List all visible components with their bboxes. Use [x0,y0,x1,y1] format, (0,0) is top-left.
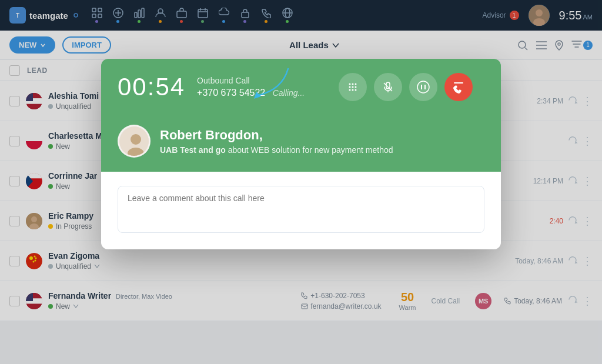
svg-point-58 [352,84,354,85]
call-person-section: Robert Brogdon, UAB Test and go about WE… [101,115,501,172]
call-body [101,172,501,249]
call-comment-input[interactable] [118,186,484,233]
keypad-icon [347,81,359,93]
caller-name: Robert Brogdon, [160,128,393,143]
svg-point-60 [349,86,351,88]
call-timer-section: 00:54 [118,73,185,101]
call-timer: 00:54 [118,73,185,101]
call-modal: 00:54 Outbound Call +370 673 54522 Calli… [101,59,501,249]
caller-description: UAB Test and go about WEB solution for n… [160,145,393,155]
keypad-button[interactable] [339,73,367,101]
end-call-icon [452,81,465,93]
svg-point-62 [355,86,357,88]
svg-point-64 [352,89,354,91]
arrow-annotation [247,66,294,103]
svg-point-63 [349,89,351,91]
end-call-button[interactable] [444,73,473,101]
hold-button[interactable] [409,73,437,101]
svg-point-61 [352,86,354,88]
caller-avatar [118,125,150,158]
svg-point-57 [349,84,351,85]
mute-icon [382,81,394,93]
svg-line-68 [384,83,392,91]
call-overlay: 00:54 Outbound Call +370 673 54522 Calli… [0,0,602,364]
svg-point-65 [355,89,357,91]
caller-text-info: Robert Brogdon, UAB Test and go about WE… [160,128,393,155]
svg-point-59 [355,84,357,85]
call-controls [339,73,473,101]
call-header: 00:54 Outbound Call +370 673 54522 Calli… [101,59,501,115]
svg-point-74 [131,134,141,145]
svg-point-69 [417,81,429,93]
mute-button[interactable] [374,73,402,101]
hold-icon [417,81,430,93]
